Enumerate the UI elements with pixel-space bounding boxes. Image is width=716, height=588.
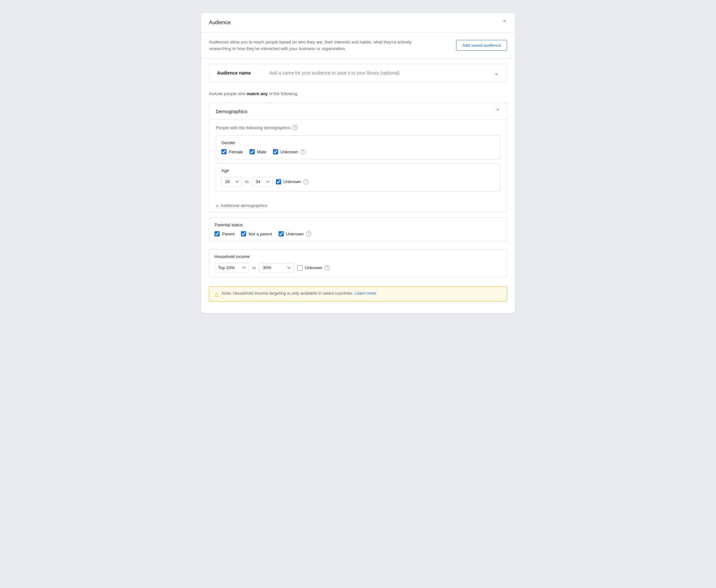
gender-female-checkbox[interactable] (221, 149, 226, 154)
parental-unknown-item[interactable]: Unknown ? (279, 231, 311, 236)
include-text-row: Include people who match any of the foll… (201, 87, 515, 103)
parental-unknown-label: Unknown (286, 232, 304, 236)
household-income-to-select[interactable]: 10% 20% 30% 40% 50% Lower 50% (259, 263, 294, 272)
demographics-collapse-icon[interactable]: ⌃ (495, 108, 500, 115)
parental-parent-item[interactable]: Parent (215, 231, 234, 236)
additional-demo-arrow-icon: ∧ (216, 204, 219, 208)
age-unknown-help-icon[interactable]: ? (303, 179, 309, 185)
age-row: 18 25 35 45 55 65+ to 24 34 44 54 64 (221, 177, 495, 186)
age-unknown-item[interactable]: Unknown ? (276, 179, 309, 185)
gender-field-box: Gender Female Male Unknown ? (216, 135, 500, 159)
parental-status-field-box: Parental status Parent Not a parent Unkn… (209, 217, 507, 241)
age-unknown-checkbox[interactable] (276, 179, 281, 185)
audience-title: Audience (209, 20, 231, 25)
household-income-warning: △ Note: Household income targeting is on… (209, 287, 507, 301)
gender-unknown-item[interactable]: Unknown ? (273, 149, 306, 154)
bottom-padding (201, 308, 515, 313)
gender-male-checkbox[interactable] (249, 149, 255, 154)
gender-male-item[interactable]: Male (249, 149, 266, 154)
household-income-unknown-label: Unknown (305, 265, 322, 270)
demographics-subtitle: People with the following demographics ? (216, 125, 500, 130)
gender-label: Gender (221, 140, 495, 145)
include-prefix: Include people who (209, 91, 247, 96)
household-income-help-icon[interactable]: ? (325, 265, 330, 270)
gender-female-label: Female (229, 149, 243, 154)
additional-demographics-label: Additional demographics (221, 203, 267, 208)
household-income-row: Top 10% 11-20% 21-30% 31-40% 41-50% Lowe… (215, 263, 501, 272)
age-unknown-label: Unknown (283, 179, 301, 184)
gender-unknown-help-icon[interactable]: ? (301, 149, 306, 154)
add-saved-audience-button[interactable]: Add saved audience (456, 40, 507, 51)
gender-male-label: Male (257, 149, 266, 154)
household-income-unknown-checkbox[interactable] (297, 265, 302, 270)
additional-demographics-toggle[interactable]: ∧ Additional demographics (209, 201, 507, 212)
parental-status-label: Parental status (215, 223, 501, 227)
age-from-select[interactable]: 18 25 35 45 55 65+ (221, 177, 242, 186)
parental-unknown-help-icon[interactable]: ? (306, 231, 311, 236)
demographics-section: Demographics ⌃ People with the following… (209, 103, 507, 212)
age-to-label: to (245, 179, 249, 184)
gender-checkbox-row: Female Male Unknown ? (221, 149, 495, 154)
age-to-select[interactable]: 24 34 44 54 64 65+ (252, 177, 273, 186)
audience-description-row: Audiences allow you to reach people base… (201, 33, 515, 59)
demographics-help-icon[interactable]: ? (292, 125, 298, 130)
gender-unknown-label: Unknown (281, 149, 298, 154)
include-suffix: of the following (268, 91, 297, 96)
household-income-unknown-item[interactable]: Unknown ? (297, 265, 330, 270)
audience-name-placeholder: Add a name for your audience to save it … (269, 70, 399, 76)
parental-not-parent-item[interactable]: Not a parent (241, 231, 272, 236)
parental-not-parent-checkbox[interactable] (241, 231, 246, 236)
warning-triangle-icon: △ (215, 291, 218, 297)
age-field-box: Age 18 25 35 45 55 65+ to 24 34 44 (216, 163, 500, 191)
audience-section-header: Audience ⌃ (201, 13, 515, 33)
warning-text: Note: Household income targeting is only… (222, 291, 376, 296)
gender-unknown-checkbox[interactable] (273, 149, 278, 154)
learn-more-link[interactable]: Learn more (355, 291, 376, 296)
household-income-field-box: Household income Top 10% 11-20% 21-30% 3… (209, 249, 507, 277)
parental-parent-label: Parent (222, 232, 234, 236)
age-label: Age (221, 168, 495, 173)
demographics-title: Demographics (216, 109, 247, 114)
audience-description: Audiences allow you to reach people base… (209, 39, 431, 52)
household-income-to-label: to (253, 265, 256, 270)
parental-status-checkbox-row: Parent Not a parent Unknown ? (215, 231, 501, 236)
household-income-from-select[interactable]: Top 10% 11-20% 21-30% 31-40% 41-50% Lowe… (215, 263, 249, 272)
audience-card: Audience ⌃ Audiences allow you to reach … (201, 13, 515, 313)
additional-demographics-section: Parental status Parent Not a parent Unkn… (209, 217, 507, 281)
parental-not-parent-label: Not a parent (248, 232, 272, 236)
collapse-icon[interactable]: ⌃ (502, 19, 507, 26)
gender-female-item[interactable]: Female (221, 149, 243, 154)
audience-name-chevron-icon[interactable]: ⌄ (494, 69, 499, 77)
demographics-header: Demographics ⌃ (209, 103, 507, 120)
audience-name-row[interactable]: Audience name Add a name for your audien… (209, 64, 507, 82)
audience-name-label: Audience name (217, 70, 251, 76)
parental-unknown-checkbox[interactable] (279, 231, 284, 236)
household-income-label: Household income (215, 254, 501, 259)
parental-parent-checkbox[interactable] (215, 231, 220, 236)
include-bold: match any (247, 91, 268, 96)
demographics-body: People with the following demographics ?… (209, 120, 507, 201)
